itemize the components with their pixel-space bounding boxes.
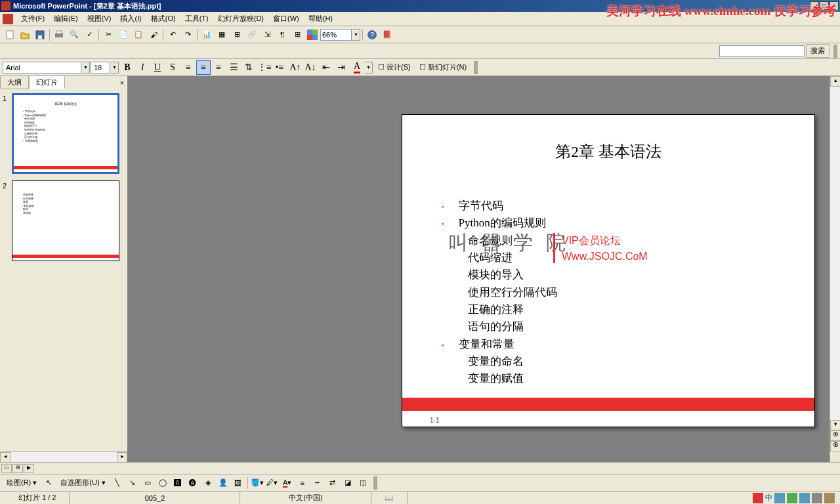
undo-button[interactable]: ↶ [165,28,180,42]
research-button[interactable]: 📕 [380,28,394,42]
menu-tools[interactable]: 工具(T) [181,12,213,25]
clipart-button[interactable]: 👤 [216,476,230,490]
slide-body[interactable]: •字节代码 •Python的编码规则 命名规则 代码缩进 模块的导入 使用空行分… [442,198,814,388]
slide-canvas[interactable]: 第2章 基本语法 •字节代码 •Python的编码规则 命名规则 代码缩进 模块… [402,114,815,427]
ime-indicator[interactable]: 中 [765,493,772,503]
new-button[interactable] [3,28,17,42]
tray-icon[interactable] [824,493,835,503]
autoshapes-menu[interactable]: 自选图形(U) ▾ [56,476,109,489]
textbox-button[interactable]: 🅰 [171,476,185,490]
sorter-view-button[interactable]: ⊞ [12,464,23,473]
chart-button[interactable]: 📊 [200,28,214,42]
vertical-scrollbar[interactable]: ▴ ▾ ⦿ ⦿ [830,76,840,462]
draw-menu[interactable]: 绘图(R) ▾ [3,476,41,489]
menu-file[interactable]: 文件(F) [17,12,49,25]
format-painter-button[interactable]: 🖌 [146,28,161,42]
line-button[interactable]: ╲ [110,476,125,490]
increase-font-button[interactable]: A↑ [288,60,303,75]
arrow-button[interactable]: ↘ [125,476,140,490]
align-center-button[interactable]: ≡ [196,60,211,75]
menu-format[interactable]: 格式(O) [147,12,180,25]
table-button[interactable]: ▦ [215,28,229,42]
hyperlink-button[interactable]: 🔗 [245,28,259,42]
expand-button[interactable]: ⇲ [260,28,274,42]
zoom-input[interactable]: 66% [320,29,352,41]
tray-icon[interactable] [799,493,810,503]
font-color-button[interactable]: A [350,60,364,75]
fill-color-button[interactable]: 🪣▾ [250,476,264,490]
underline-button[interactable]: U [150,60,165,75]
shadow-style-button[interactable]: ◪ [341,476,355,490]
panel-hscroll[interactable]: ◂▸ [0,452,127,462]
save-button[interactable] [33,28,47,42]
increase-indent-button[interactable]: ⇥ [334,60,348,75]
diagram-button[interactable]: ◈ [201,476,215,490]
tray-icon[interactable] [753,493,763,503]
cut-button[interactable]: ✂ [101,28,116,42]
line-color-button[interactable]: 🖊▾ [265,476,280,490]
spelling-button[interactable]: ✓ [82,28,96,42]
distribute-button[interactable]: ☰ [226,60,241,75]
menu-window[interactable]: 窗口(W) [269,12,303,25]
next-slide-button[interactable]: ⦿ [830,441,840,452]
color-button[interactable] [305,28,320,42]
decrease-indent-button[interactable]: ⇤ [319,60,333,75]
text-direction-button[interactable]: ⇅ [242,60,256,75]
search-button[interactable]: 搜索 [806,44,830,58]
font-size-dropdown[interactable]: ▼ [111,62,119,74]
menu-help[interactable]: 帮助(H) [304,12,337,25]
menu-slideshow[interactable]: 幻灯片放映(D) [214,12,268,25]
slide-thumbnail-2[interactable]: 局部变量 全局变量 常量• 数据类型 数字 字符串 [12,180,119,261]
search-input[interactable] [719,45,805,57]
grid-button[interactable]: ⊞ [290,28,304,42]
print-preview-button[interactable]: 🔍 [67,28,81,42]
open-button[interactable] [18,28,32,42]
align-left-button[interactable]: ≡ [181,60,196,75]
dash-style-button[interactable]: ┅ [310,476,325,490]
select-objects-button[interactable]: ↖ [41,476,56,490]
menu-view[interactable]: 视图(V) [83,12,116,25]
oval-button[interactable]: ◯ [156,476,170,490]
menu-insert[interactable]: 插入(I) [116,12,145,25]
design-button[interactable]: ☐ 设计(S) [374,61,415,74]
panel-close-button[interactable]: × [117,79,127,89]
font-name-dropdown[interactable]: ▼ [82,62,90,74]
copy-button[interactable]: 📄 [116,28,131,42]
paste-button[interactable]: 📋 [131,28,146,42]
align-right-button[interactable]: ≡ [211,60,226,75]
line-style-button[interactable]: ≡ [295,476,310,490]
bold-button[interactable]: B [120,60,135,75]
print-button[interactable] [52,28,66,42]
show-formatting-button[interactable]: ¶ [275,28,289,42]
decrease-font-button[interactable]: A↓ [303,60,318,75]
tables-borders-button[interactable]: ⊞ [230,28,244,42]
tray-icon[interactable] [812,493,822,503]
wordart-button[interactable]: 🅐 [186,476,200,490]
slide-editor-area[interactable]: 第2章 基本语法 •字节代码 •Python的编码规则 命名规则 代码缩进 模块… [127,76,840,462]
slideshow-view-button[interactable]: ▶ [24,464,34,473]
slide-thumbnail-1[interactable]: 第2章 基本语法 • 字节代码• Python的编码规则 命名规则 代码缩进 模… [12,93,119,174]
minimize-button[interactable]: _ [810,1,819,10]
tab-slides[interactable]: 幻灯片 [29,75,65,89]
font-color-draw-button[interactable]: A▾ [280,476,295,490]
bullets-button[interactable]: •≡ [272,60,287,75]
arrow-style-button[interactable]: ⇄ [326,476,340,490]
picture-button[interactable]: 🖼 [231,476,245,490]
normal-view-button[interactable]: ▭ [1,464,12,473]
prev-slide-button[interactable]: ⦿ [830,430,840,441]
slide-title[interactable]: 第2章 基本语法 [402,141,814,162]
zoom-dropdown[interactable]: ▼ [352,29,360,41]
tray-icon[interactable] [787,493,797,503]
font-size-input[interactable]: 18 [91,62,110,74]
menu-edit[interactable]: 编辑(E) [50,12,82,25]
new-slide-button[interactable]: ☐ 新幻灯片(N) [415,61,471,74]
font-color-dropdown[interactable]: ▼ [365,62,373,74]
tab-outline[interactable]: 大纲 [0,75,29,89]
numbering-button[interactable]: ⋮≡ [257,60,272,75]
rectangle-button[interactable]: ▭ [140,476,155,490]
shadow-button[interactable]: S [165,60,180,75]
font-name-input[interactable]: Arial [3,62,81,74]
3d-style-button[interactable]: ◫ [356,476,370,490]
help-button[interactable]: ? [365,28,379,42]
close-button[interactable]: × [830,1,839,10]
